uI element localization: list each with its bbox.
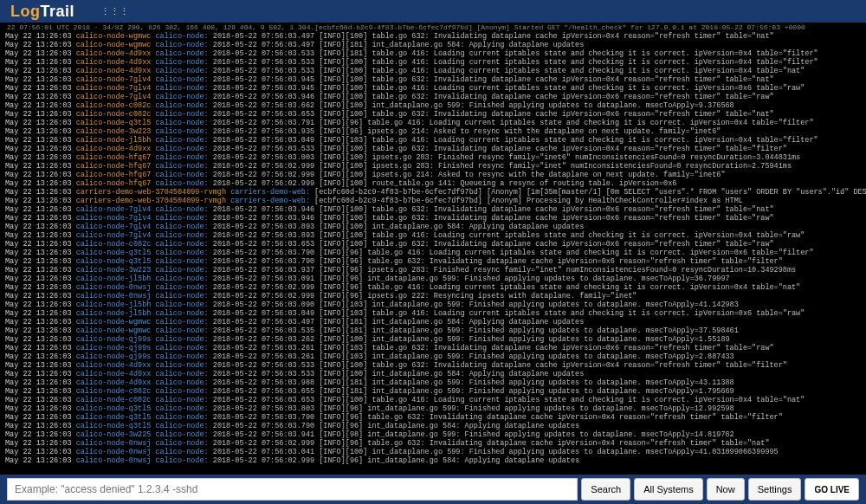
log-line[interactable]: May 22 13:26:03 calico-node-c082c calico… bbox=[5, 240, 861, 249]
log-process: calico-node: bbox=[155, 32, 208, 41]
log-message: 2018-05-22 07:56:03.262 [INFO][100] int_… bbox=[213, 335, 730, 344]
log-process: calico-node: bbox=[155, 404, 208, 413]
log-line[interactable]: May 22 13:26:03 calico-node-qj99s calico… bbox=[5, 335, 861, 344]
log-line[interactable]: May 22 13:26:03 calico-node-wgmwc calico… bbox=[5, 41, 861, 49]
log-line[interactable]: May 22 13:26:03 calico-node-q3tl5 calico… bbox=[5, 249, 861, 257]
log-process: calico-node: bbox=[155, 41, 208, 49]
log-message: 2018-05-22 07:56:03.653 [INFO][100] tabl… bbox=[213, 396, 805, 404]
log-message: 2018-05-22 07:56:03.945 [INFO][100] tabl… bbox=[213, 84, 805, 93]
log-line[interactable]: May 22 13:26:03 calico-node-c082c calico… bbox=[5, 387, 861, 396]
log-line[interactable]: May 22 13:26:03 calico-node-hfq67 calico… bbox=[5, 153, 861, 162]
log-line[interactable]: May 22 13:26:03 calico-node-7glv4 calico… bbox=[5, 205, 861, 214]
search-input[interactable] bbox=[7, 478, 578, 501]
log-line[interactable]: May 22 13:26:03 calico-node-c082c calico… bbox=[5, 101, 861, 110]
log-node: calico-node-wgmwc bbox=[76, 326, 152, 335]
log-line[interactable]: May 22 13:26:03 calico-node-4d9xx calico… bbox=[5, 58, 861, 67]
log-line[interactable]: May 22 13:26:03 calico-node-q3tl5 calico… bbox=[5, 119, 861, 127]
log-message: 2018-05-22 07:56:03.497 [INFO][181] int_… bbox=[213, 318, 584, 326]
log-process: calico-node: bbox=[155, 318, 208, 326]
log-line[interactable]: May 22 13:26:03 carriers-demo-web-370450… bbox=[5, 197, 861, 205]
log-line[interactable]: May 22 13:26:03 calico-node-wgmwc calico… bbox=[5, 318, 861, 326]
log-node: calico-node-0nwsj bbox=[76, 456, 152, 465]
log-process: calico-node: bbox=[155, 439, 208, 448]
log-process: calico-node: bbox=[155, 370, 208, 378]
log-process: carriers-demo-web: bbox=[230, 197, 310, 205]
log-line[interactable]: May 22 13:26:03 calico-node-7glv4 calico… bbox=[5, 223, 861, 231]
menu-icon[interactable]: ⋮⋮⋮ bbox=[100, 6, 129, 17]
log-line[interactable]: May 22 13:26:03 calico-node-7glv4 calico… bbox=[5, 231, 861, 240]
log-line[interactable]: May 22 13:26:03 calico-node-0nwsj calico… bbox=[5, 456, 861, 465]
log-message: 2018-05-22 07:56:02.999 [INFO][100] ipse… bbox=[213, 171, 726, 179]
log-line[interactable]: May 22 13:26:03 carriers-demo-web-370450… bbox=[5, 188, 861, 197]
log-process: calico-node: bbox=[155, 84, 208, 93]
log-line[interactable]: May 22 13:26:03 calico-node-4d9xx calico… bbox=[5, 67, 861, 75]
log-node: calico-node-7glv4 bbox=[76, 231, 152, 240]
log-timestamp: May 22 13:26:03 bbox=[5, 396, 72, 404]
log-timestamp: May 22 13:26:03 bbox=[5, 188, 72, 197]
log-line[interactable]: May 22 13:26:03 calico-node-3w223 calico… bbox=[5, 266, 861, 275]
log-line[interactable]: May 22 13:26:03 calico-node-4d9xx calico… bbox=[5, 145, 861, 153]
log-line[interactable]: May 22 13:26:03 calico-node-q3tl5 calico… bbox=[5, 422, 861, 430]
log-line[interactable]: May 22 13:26:03 calico-node-c082c calico… bbox=[5, 110, 861, 119]
all-systems-button[interactable]: All Systems bbox=[634, 478, 702, 501]
log-line[interactable]: May 22 13:26:03 calico-node-4d9xx calico… bbox=[5, 370, 861, 378]
log-line[interactable]: May 22 13:26:03 calico-node-7glv4 calico… bbox=[5, 214, 861, 223]
log-line[interactable]: May 22 13:26:03 calico-node-jl5bh calico… bbox=[5, 275, 861, 283]
go-live-button[interactable]: GO LIVE bbox=[805, 478, 859, 501]
log-line[interactable]: May 22 13:26:03 calico-node-7glv4 calico… bbox=[5, 93, 861, 101]
log-process: calico-node: bbox=[155, 266, 208, 275]
log-node: calico-node-q3tl5 bbox=[76, 422, 152, 430]
log-line[interactable]: May 22 13:26:03 calico-node-jl5bh calico… bbox=[5, 136, 861, 145]
log-line[interactable]: May 22 13:26:03 calico-node-q3tl5 calico… bbox=[5, 404, 861, 413]
log-message: 2018-05-22 07:56:03.003 [INFO][100] ipse… bbox=[213, 153, 800, 162]
log-line[interactable]: May 22 13:26:03 calico-node-3w225 calico… bbox=[5, 430, 861, 439]
log-node: carriers-demo-web-3704504099-rvmgh bbox=[76, 188, 226, 197]
log-process: calico-node: bbox=[155, 344, 208, 352]
log-line[interactable]: May 22 13:26:03 calico-node-jl5bh calico… bbox=[5, 300, 861, 309]
settings-button[interactable]: Settings bbox=[748, 478, 802, 501]
log-timestamp: May 22 13:26:03 bbox=[5, 127, 72, 136]
log-line[interactable]: May 22 13:26:03 calico-node-7glv4 calico… bbox=[5, 84, 861, 93]
log-message: 2018-05-22 07:56:03.935 [INFO][96] ipset… bbox=[213, 127, 721, 136]
footer-bar: Search All Systems Now Settings GO LIVE bbox=[0, 475, 866, 504]
log-line[interactable]: May 22 13:26:03 calico-node-wgmwc calico… bbox=[5, 326, 861, 335]
search-button[interactable]: Search bbox=[581, 478, 630, 501]
log-message: 2018-05-22 07:56:03.533 [INFO][100] tabl… bbox=[213, 58, 818, 67]
log-line[interactable]: May 22 13:26:03 calico-node-jl5bh calico… bbox=[5, 309, 861, 318]
status-bar: 22 07:56:01 UTC 2018 · 34/82 200, 826 30… bbox=[0, 23, 866, 32]
log-line[interactable]: May 22 13:26:03 calico-node-4d9xx calico… bbox=[5, 378, 861, 387]
log-message: 2018-05-22 07:56:02.999 [INFO][96] int_d… bbox=[213, 456, 579, 465]
log-message: 2018-05-22 07:56:03.790 [INFO][96] table… bbox=[213, 249, 814, 257]
log-node: calico-node-q3tl5 bbox=[76, 119, 152, 127]
log-node: calico-node-c082c bbox=[76, 396, 152, 404]
log-line[interactable]: May 22 13:26:03 calico-node-0nwsj calico… bbox=[5, 448, 861, 456]
log-line[interactable]: May 22 13:26:03 calico-node-0nwsj calico… bbox=[5, 283, 861, 292]
log-line[interactable]: May 22 13:26:03 calico-node-q3tl5 calico… bbox=[5, 257, 861, 266]
log-process: calico-node: bbox=[155, 179, 208, 188]
log-line[interactable]: May 22 13:26:03 calico-node-wgmwc calico… bbox=[5, 32, 861, 41]
log-line[interactable]: May 22 13:26:03 calico-node-hfq67 calico… bbox=[5, 171, 861, 179]
log-line[interactable]: May 22 13:26:03 calico-node-4d9xx calico… bbox=[5, 49, 861, 58]
log-line[interactable]: May 22 13:26:03 calico-node-hfq67 calico… bbox=[5, 162, 861, 171]
log-message: 2018-05-22 07:56:02.999 [INFO][96] table… bbox=[213, 283, 800, 292]
log-node: calico-node-7glv4 bbox=[76, 93, 152, 101]
log-line[interactable]: May 22 13:26:03 calico-node-7glv4 calico… bbox=[5, 75, 861, 84]
log-timestamp: May 22 13:26:03 bbox=[5, 240, 72, 249]
now-button[interactable]: Now bbox=[707, 478, 745, 501]
log-line[interactable]: May 22 13:26:03 calico-node-0nwsj calico… bbox=[5, 439, 861, 448]
log-message: [ecbfc60d-b2c9-4f83-b7be-6cfec7df97bd] [… bbox=[314, 197, 743, 205]
log-message: 2018-05-22 07:56:03.497 [INFO][181] int_… bbox=[213, 41, 584, 49]
log-node: calico-node-4d9xx bbox=[76, 145, 152, 153]
log-timestamp: May 22 13:26:03 bbox=[5, 205, 72, 214]
log-timestamp: May 22 13:26:03 bbox=[5, 101, 72, 110]
log-line[interactable]: May 22 13:26:03 calico-node-qj99s calico… bbox=[5, 344, 861, 352]
log-line[interactable]: May 22 13:26:03 calico-node-0nwsj calico… bbox=[5, 292, 861, 300]
log-message: 2018-05-22 07:56:03.945 [INFO][100] tabl… bbox=[213, 75, 774, 84]
log-node: calico-node-4d9xx bbox=[76, 49, 152, 58]
log-line[interactable]: May 22 13:26:03 calico-node-qj99s calico… bbox=[5, 352, 861, 361]
log-line[interactable]: May 22 13:26:03 calico-node-c082c calico… bbox=[5, 396, 861, 404]
log-line[interactable]: May 22 13:26:03 calico-node-q3tl5 calico… bbox=[5, 413, 861, 422]
log-line[interactable]: May 22 13:26:03 calico-node-3w223 calico… bbox=[5, 127, 861, 136]
log-line[interactable]: May 22 13:26:03 calico-node-hfq67 calico… bbox=[5, 179, 861, 188]
log-line[interactable]: May 22 13:26:03 calico-node-4d9xx calico… bbox=[5, 361, 861, 370]
